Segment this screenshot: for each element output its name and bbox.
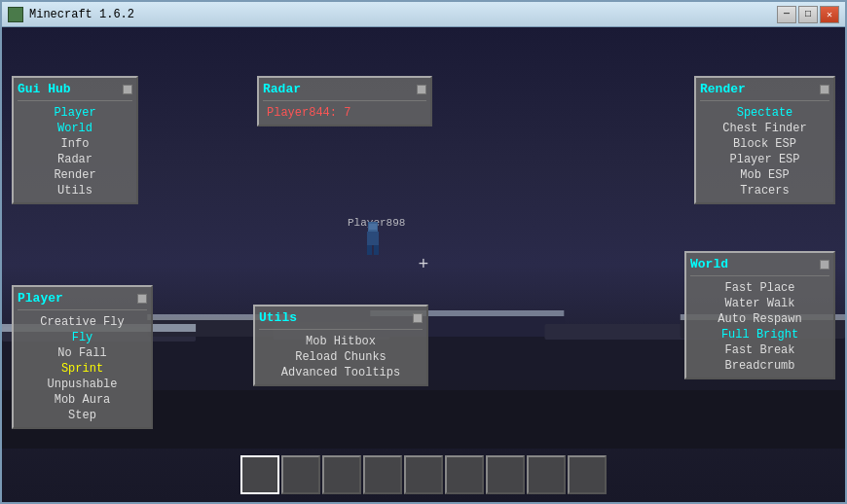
gui-hub-radar[interactable]: Radar (18, 152, 132, 167)
world-divider (690, 275, 829, 276)
close-button[interactable]: ✕ (820, 6, 839, 23)
minimize-button[interactable]: ─ (777, 6, 796, 23)
window-controls: ─ □ ✕ (777, 6, 839, 23)
player-resize[interactable] (137, 294, 147, 304)
gui-hub-world[interactable]: World (18, 121, 132, 136)
hotbar-slot-1[interactable] (281, 455, 320, 494)
hotbar-slot-4[interactable] (404, 455, 443, 494)
gui-hub-divider (18, 100, 132, 101)
gui-hub-resize[interactable] (123, 85, 132, 94)
svg-rect-16 (374, 245, 379, 255)
hotbar-slot-2[interactable] (322, 455, 361, 494)
world-fast-break[interactable]: Fast Break (690, 342, 829, 358)
render-tracers[interactable]: Tracers (700, 183, 829, 198)
radar-panel: Radar Player844: 7 (257, 76, 432, 126)
maximize-button[interactable]: □ (798, 6, 818, 23)
game-area: Player898 + Gui Hub Player (2, 27, 845, 502)
render-block-esp[interactable]: Block ESP (700, 136, 829, 152)
svg-rect-15 (367, 245, 372, 255)
world-panel: World Fast Place Water Walk Auto Respawn… (684, 251, 835, 379)
radar-player-entry: Player844: 7 (263, 105, 426, 121)
player-character (362, 222, 384, 260)
render-spectate[interactable]: Spectate (700, 105, 829, 121)
render-title: Render (700, 82, 829, 96)
player-sprint[interactable]: Sprint (18, 361, 147, 377)
window-title: Minecraft 1.6.2 (29, 8, 777, 21)
world-resize[interactable] (820, 260, 829, 270)
window: Minecraft 1.6.2 ─ □ ✕ (0, 0, 847, 504)
player-fly[interactable]: Fly (18, 330, 147, 345)
gui-hub-panel: Gui Hub Player World Info Radar Render U… (12, 76, 138, 204)
player-unpushable[interactable]: Unpushable (18, 377, 147, 392)
gui-hub-render[interactable]: Render (18, 167, 132, 183)
player-panel: Player Creative Fly Fly No Fall Sprint U… (12, 285, 153, 429)
hotbar-slot-0[interactable] (240, 455, 279, 494)
radar-divider (263, 100, 426, 101)
crosshair: + (419, 255, 429, 274)
svg-rect-13 (369, 224, 377, 230)
render-chest-finder[interactable]: Chest Finder (700, 121, 829, 136)
utils-panel: Utils Mob Hitbox Reload Chunks Advanced … (253, 305, 428, 386)
hotbar-slot-5[interactable] (445, 455, 484, 494)
utils-resize[interactable] (413, 313, 423, 323)
hotbar-slot-3[interactable] (363, 455, 402, 494)
utils-title: Utils (259, 310, 423, 325)
render-panel: Render Spectate Chest Finder Block ESP P… (694, 76, 835, 204)
hotbar-slot-7[interactable] (527, 455, 566, 494)
player-step[interactable]: Step (18, 408, 147, 423)
radar-title: Radar (263, 82, 426, 96)
world-fast-place[interactable]: Fast Place (690, 280, 829, 296)
world-breadcrumb[interactable]: Breadcrumb (690, 358, 829, 374)
render-mob-esp[interactable]: Mob ESP (700, 167, 829, 183)
utils-mob-hitbox[interactable]: Mob Hitbox (259, 334, 423, 349)
world-water-walk[interactable]: Water Walk (690, 296, 829, 311)
world-auto-respawn[interactable]: Auto Respawn (690, 311, 829, 327)
gui-hub-utils[interactable]: Utils (18, 183, 132, 198)
world-title: World (690, 257, 829, 271)
render-resize[interactable] (820, 85, 829, 94)
player-mob-aura[interactable]: Mob Aura (18, 392, 147, 408)
gui-hub-info[interactable]: Info (18, 136, 132, 152)
gui-hub-title: Gui Hub (18, 82, 132, 96)
world-full-bright[interactable]: Full Bright (690, 327, 829, 342)
render-divider (700, 100, 829, 101)
hotbar-slot-8[interactable] (568, 455, 607, 494)
utils-advanced-tooltips[interactable]: Advanced Tooltips (259, 365, 423, 380)
utils-reload-chunks[interactable]: Reload Chunks (259, 349, 423, 365)
radar-resize[interactable] (417, 85, 426, 94)
hotbar-slot-6[interactable] (486, 455, 525, 494)
player-no-fall[interactable]: No Fall (18, 345, 147, 361)
player-title: Player (18, 291, 147, 306)
utils-divider (259, 329, 423, 330)
app-icon (8, 7, 23, 22)
player-creative-fly[interactable]: Creative Fly (18, 314, 147, 330)
svg-rect-14 (367, 232, 379, 245)
gui-hub-player[interactable]: Player (18, 105, 132, 121)
render-player-esp[interactable]: Player ESP (700, 152, 829, 167)
title-bar: Minecraft 1.6.2 ─ □ ✕ (2, 2, 845, 27)
hotbar (240, 455, 607, 494)
player-divider (18, 309, 147, 310)
